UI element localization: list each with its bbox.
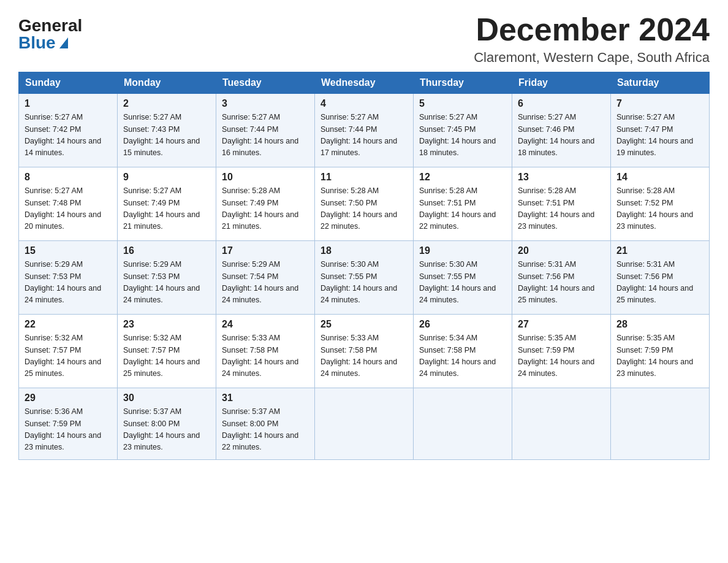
calendar-week-row: 1Sunrise: 5:27 AMSunset: 7:42 PMDaylight… (19, 94, 710, 167)
day-number: 31 (222, 393, 309, 404)
day-info: Sunrise: 5:36 AMSunset: 7:59 PMDaylight:… (25, 406, 112, 454)
calendar-day-cell (512, 388, 611, 460)
calendar-day-cell: 12Sunrise: 5:28 AMSunset: 7:51 PMDayligh… (414, 167, 512, 241)
calendar-week-row: 8Sunrise: 5:27 AMSunset: 7:48 PMDaylight… (19, 167, 710, 241)
day-number: 24 (222, 319, 309, 330)
day-info: Sunrise: 5:27 AMSunset: 7:42 PMDaylight:… (25, 112, 112, 159)
calendar-week-row: 29Sunrise: 5:36 AMSunset: 7:59 PMDayligh… (19, 388, 710, 460)
weekday-header-friday: Friday (512, 72, 611, 94)
day-number: 14 (616, 172, 703, 183)
calendar-day-cell: 19Sunrise: 5:30 AMSunset: 7:55 PMDayligh… (414, 241, 512, 315)
calendar-day-cell: 30Sunrise: 5:37 AMSunset: 8:00 PMDayligh… (118, 388, 216, 460)
calendar-day-cell: 9Sunrise: 5:27 AMSunset: 7:49 PMDaylight… (118, 167, 216, 241)
day-number: 5 (419, 98, 506, 109)
logo-blue-text: Blue (18, 34, 68, 52)
calendar-day-cell: 31Sunrise: 5:37 AMSunset: 8:00 PMDayligh… (216, 388, 315, 460)
day-number: 13 (518, 172, 605, 183)
day-info: Sunrise: 5:27 AMSunset: 7:43 PMDaylight:… (123, 112, 210, 159)
calendar-day-cell: 18Sunrise: 5:30 AMSunset: 7:55 PMDayligh… (315, 241, 414, 315)
calendar-day-cell: 24Sunrise: 5:33 AMSunset: 7:58 PMDayligh… (216, 315, 315, 388)
weekday-header-sunday: Sunday (19, 72, 118, 94)
calendar-day-cell: 27Sunrise: 5:35 AMSunset: 7:59 PMDayligh… (512, 315, 611, 388)
calendar-day-cell: 11Sunrise: 5:28 AMSunset: 7:50 PMDayligh… (315, 167, 414, 241)
day-number: 15 (25, 245, 112, 256)
day-number: 1 (25, 98, 112, 109)
calendar-day-cell: 15Sunrise: 5:29 AMSunset: 7:53 PMDayligh… (19, 241, 118, 315)
calendar-table: SundayMondayTuesdayWednesdayThursdayFrid… (18, 72, 710, 460)
day-info: Sunrise: 5:33 AMSunset: 7:58 PMDaylight:… (222, 332, 309, 380)
calendar-day-cell: 6Sunrise: 5:27 AMSunset: 7:46 PMDaylight… (512, 94, 611, 167)
calendar-week-row: 22Sunrise: 5:32 AMSunset: 7:57 PMDayligh… (19, 315, 710, 388)
day-info: Sunrise: 5:33 AMSunset: 7:58 PMDaylight:… (320, 332, 408, 380)
day-info: Sunrise: 5:29 AMSunset: 7:54 PMDaylight:… (222, 259, 309, 307)
calendar-day-cell (611, 388, 710, 460)
calendar-day-cell: 22Sunrise: 5:32 AMSunset: 7:57 PMDayligh… (19, 315, 118, 388)
calendar-day-cell: 21Sunrise: 5:31 AMSunset: 7:56 PMDayligh… (611, 241, 710, 315)
day-info: Sunrise: 5:30 AMSunset: 7:55 PMDaylight:… (419, 259, 506, 307)
day-info: Sunrise: 5:28 AMSunset: 7:49 PMDaylight:… (222, 185, 309, 233)
day-info: Sunrise: 5:27 AMSunset: 7:45 PMDaylight:… (419, 112, 506, 159)
day-info: Sunrise: 5:35 AMSunset: 7:59 PMDaylight:… (616, 332, 703, 380)
day-info: Sunrise: 5:28 AMSunset: 7:50 PMDaylight:… (320, 185, 408, 233)
weekday-header-thursday: Thursday (414, 72, 512, 94)
day-number: 18 (320, 245, 408, 256)
day-number: 3 (222, 98, 309, 109)
calendar-day-cell: 7Sunrise: 5:27 AMSunset: 7:47 PMDaylight… (611, 94, 710, 167)
day-info: Sunrise: 5:28 AMSunset: 7:51 PMDaylight:… (419, 185, 506, 233)
day-info: Sunrise: 5:27 AMSunset: 7:46 PMDaylight:… (518, 112, 605, 159)
calendar-day-cell: 13Sunrise: 5:28 AMSunset: 7:51 PMDayligh… (512, 167, 611, 241)
day-number: 20 (518, 245, 605, 256)
calendar-day-cell: 10Sunrise: 5:28 AMSunset: 7:49 PMDayligh… (216, 167, 315, 241)
logo: General Blue (18, 17, 82, 52)
day-number: 27 (518, 319, 605, 330)
day-info: Sunrise: 5:27 AMSunset: 7:44 PMDaylight:… (222, 112, 309, 159)
logo-general-text: General (18, 17, 82, 34)
calendar-day-cell: 8Sunrise: 5:27 AMSunset: 7:48 PMDaylight… (19, 167, 118, 241)
month-title: December 2024 (474, 12, 710, 47)
calendar-day-cell: 4Sunrise: 5:27 AMSunset: 7:44 PMDaylight… (315, 94, 414, 167)
day-number: 21 (616, 245, 703, 256)
day-number: 16 (123, 245, 210, 256)
day-info: Sunrise: 5:32 AMSunset: 7:57 PMDaylight:… (25, 332, 112, 380)
location-subtitle: Claremont, Western Cape, South Africa (474, 50, 710, 66)
calendar-day-cell (414, 388, 512, 460)
day-number: 30 (123, 393, 210, 404)
calendar-day-cell: 23Sunrise: 5:32 AMSunset: 7:57 PMDayligh… (118, 315, 216, 388)
day-info: Sunrise: 5:34 AMSunset: 7:58 PMDaylight:… (419, 332, 506, 380)
day-info: Sunrise: 5:29 AMSunset: 7:53 PMDaylight:… (123, 259, 210, 307)
day-info: Sunrise: 5:27 AMSunset: 7:48 PMDaylight:… (25, 185, 112, 233)
title-block: December 2024 Claremont, Western Cape, S… (474, 12, 710, 66)
day-number: 6 (518, 98, 605, 109)
day-info: Sunrise: 5:28 AMSunset: 7:52 PMDaylight:… (616, 185, 703, 233)
page-header: General Blue December 2024 Claremont, We… (18, 12, 710, 66)
calendar-day-cell: 25Sunrise: 5:33 AMSunset: 7:58 PMDayligh… (315, 315, 414, 388)
day-number: 7 (616, 98, 703, 109)
day-info: Sunrise: 5:30 AMSunset: 7:55 PMDaylight:… (320, 259, 408, 307)
calendar-day-cell: 1Sunrise: 5:27 AMSunset: 7:42 PMDaylight… (19, 94, 118, 167)
day-number: 11 (320, 172, 408, 183)
calendar-day-cell: 16Sunrise: 5:29 AMSunset: 7:53 PMDayligh… (118, 241, 216, 315)
calendar-day-cell: 5Sunrise: 5:27 AMSunset: 7:45 PMDaylight… (414, 94, 512, 167)
day-number: 26 (419, 319, 506, 330)
day-number: 12 (419, 172, 506, 183)
day-number: 29 (25, 393, 112, 404)
day-info: Sunrise: 5:37 AMSunset: 8:00 PMDaylight:… (222, 406, 309, 454)
logo-triangle-icon (59, 37, 68, 48)
day-info: Sunrise: 5:37 AMSunset: 8:00 PMDaylight:… (123, 406, 210, 454)
calendar-day-cell: 29Sunrise: 5:36 AMSunset: 7:59 PMDayligh… (19, 388, 118, 460)
day-info: Sunrise: 5:27 AMSunset: 7:47 PMDaylight:… (616, 112, 703, 159)
day-number: 2 (123, 98, 210, 109)
weekday-header-row: SundayMondayTuesdayWednesdayThursdayFrid… (19, 72, 710, 94)
day-info: Sunrise: 5:35 AMSunset: 7:59 PMDaylight:… (518, 332, 605, 380)
day-number: 22 (25, 319, 112, 330)
weekday-header-monday: Monday (118, 72, 216, 94)
day-info: Sunrise: 5:31 AMSunset: 7:56 PMDaylight:… (518, 259, 605, 307)
day-info: Sunrise: 5:32 AMSunset: 7:57 PMDaylight:… (123, 332, 210, 380)
calendar-day-cell: 2Sunrise: 5:27 AMSunset: 7:43 PMDaylight… (118, 94, 216, 167)
day-info: Sunrise: 5:27 AMSunset: 7:49 PMDaylight:… (123, 185, 210, 233)
calendar-day-cell: 17Sunrise: 5:29 AMSunset: 7:54 PMDayligh… (216, 241, 315, 315)
day-number: 28 (616, 319, 703, 330)
day-number: 23 (123, 319, 210, 330)
day-number: 25 (320, 319, 408, 330)
calendar-day-cell: 14Sunrise: 5:28 AMSunset: 7:52 PMDayligh… (611, 167, 710, 241)
